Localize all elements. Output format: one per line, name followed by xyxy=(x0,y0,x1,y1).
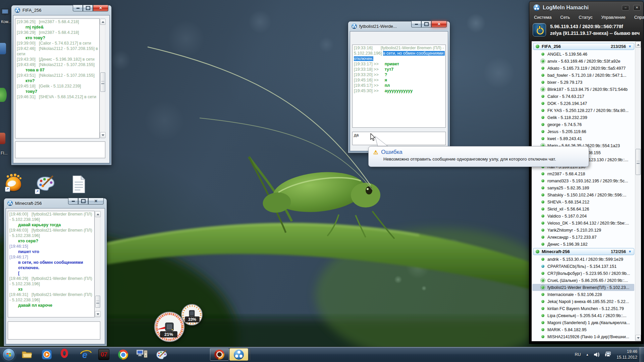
member-row[interactable]: anvix - 5.63.169.46 / 2620:9b::53f:a92e xyxy=(532,58,634,65)
window-fytbolist-chat[interactable]: fytbolist21-Werde... ✕ [19:33:16] [fytbo… xyxy=(348,21,450,153)
gom-player-desktop-icon[interactable] xyxy=(6,177,21,191)
taskbar-paint-button[interactable] xyxy=(156,350,168,360)
member-row[interactable]: bixer - 5.29.79.173 xyxy=(532,79,634,86)
fifa-chat-log[interactable]: [19:36:25] [rm2387 - 5.68.4.218]rnj njde… xyxy=(15,18,100,138)
member-row[interactable]: DOK - 5.226.194.147 xyxy=(532,100,634,107)
hamachi-titlebar[interactable]: LogMeIn Hamachi – ✕ xyxy=(529,1,643,13)
member-row[interactable]: YarikZhitomyr - 5.210.20.129 xyxy=(532,227,634,234)
member-row[interactable]: Gelik - 5.118.232.239 xyxy=(532,114,634,121)
member-row[interactable]: Calior - 5.74.63.217 xyxy=(532,93,634,100)
member-row[interactable]: Veloso_DK - 5.190.64.132 / 2620:9b::5be:… xyxy=(532,220,634,227)
member-row[interactable]: bad_fowler - 5.71.20.18 / 2620:9b::547:1… xyxy=(532,72,634,79)
partial-desktop-icon[interactable] xyxy=(0,88,7,102)
member-row[interactable]: FK YAS - 5.250.128.227 / 2620:9b::5fa:80… xyxy=(532,107,634,114)
fifa-message-input[interactable] xyxy=(15,141,105,158)
member-row[interactable]: MARIK - 5.84.182.95 xyxy=(532,326,634,333)
maximize-button[interactable] xyxy=(83,5,93,11)
fytbolist-message-input[interactable]: да xyxy=(352,132,446,145)
fifa-chat-scrollbar[interactable] xyxy=(100,18,105,138)
close-button[interactable]: ✕ xyxy=(93,5,108,11)
taskbar-explorer-button[interactable] xyxy=(21,349,33,359)
member-row[interactable]: CrueL (Шальке) - 5.86.205.65 / 2620:9b::… xyxy=(532,277,634,284)
language-indicator[interactable]: RU xyxy=(575,352,581,357)
member-row[interactable]: ANGEL - 5.139.56.46 xyxy=(532,51,634,58)
taskbar-computer-button[interactable] xyxy=(136,349,148,360)
member-row[interactable]: kirilan FC Bayern Munchen - 5.12.251.79 xyxy=(532,305,634,312)
minimize-button[interactable] xyxy=(68,198,78,204)
network-icon[interactable] xyxy=(605,352,611,357)
paint-desktop-icon[interactable] xyxy=(36,175,56,193)
member-row[interactable]: Александр - 5.172.233.87 xyxy=(532,234,634,241)
taskbar-fifa07-button[interactable]: 07 xyxy=(98,349,109,360)
minimize-button[interactable] xyxy=(73,5,83,11)
computer-desktop-icon[interactable] xyxy=(1,7,12,20)
member-name-ip: Internacionale - 5.92.106.228 xyxy=(547,292,602,297)
member-row[interactable]: Денис - 5.196.39.182 xyxy=(532,241,634,248)
member-row[interactable]: Blink187 - 5.113.84.75 / 2620:9b::571:54… xyxy=(532,86,634,93)
close-button[interactable]: ✕ xyxy=(88,198,104,204)
window-hamachi[interactable]: LogMeIn Hamachi – ✕ СистемаСетьСтатусУпр… xyxy=(529,1,643,344)
partial-desktop-icon[interactable] xyxy=(0,43,6,54)
member-row[interactable]: romand323 - 5.193.162.195 / 2620:9b::5c.… xyxy=(532,177,634,184)
member-row[interactable]: Shatskiy - 5.150.102.246 / 2620:9b::596:… xyxy=(532,191,634,198)
cpu-meter-gadget[interactable] xyxy=(154,311,185,343)
menu-item[interactable]: Управление xyxy=(601,15,625,20)
network-header[interactable]: FIFA_256213/256▼ xyxy=(533,43,634,50)
partial-desktop-icon[interactable] xyxy=(0,133,5,144)
menu-item[interactable]: Система xyxy=(534,15,551,20)
taskbar-media-player-button[interactable] xyxy=(42,349,52,360)
hamachi-close-button[interactable]: ✕ xyxy=(633,5,641,10)
hamachi-list-scrollbar[interactable] xyxy=(635,42,641,341)
member-row[interactable]: CPARTANECb(Лiль) - 5.154.137.151 xyxy=(532,263,634,270)
start-button[interactable] xyxy=(2,348,15,361)
member-row[interactable]: Jeka( Napoli ) внеха 46.185.55.202 - 5.2… xyxy=(532,298,634,305)
show-desktop-button[interactable] xyxy=(640,347,644,362)
member-row[interactable]: Valdico - 5.167.0.204 xyxy=(532,213,634,220)
hamachi-logo-icon xyxy=(533,4,540,11)
minecraft-message-input[interactable] xyxy=(8,321,100,340)
member-row[interactable]: CR7(Вольфсбург) - 5.223.95.50 / 2620:9b.… xyxy=(532,270,634,277)
member-row[interactable]: fytbolist21-Werder Bremen(ПЛ) - 5.102.23… xyxy=(532,284,634,291)
windows-start-icon xyxy=(2,348,15,361)
member-row[interactable]: Atkato - 5.165.73.119 / 2620:9b::5a5:497… xyxy=(532,65,634,72)
window-minecraft-chat[interactable]: Minecraft-256 ✕ [19:46:00] [fytbolist21-… xyxy=(4,198,107,346)
member-row[interactable]: Internacionale - 5.92.106.228 xyxy=(532,291,634,298)
menu-item[interactable]: Справка xyxy=(634,15,644,20)
taskbar-internet-explorer-button[interactable]: e xyxy=(80,349,92,360)
maximize-button[interactable] xyxy=(421,21,431,27)
taskbar-chrome-button[interactable] xyxy=(118,350,128,360)
menu-item[interactable]: Сеть xyxy=(560,15,570,20)
member-row[interactable]: MISHA21415926 (Пачіо 1-й дир)'Внешни... xyxy=(532,333,634,340)
power-button[interactable] xyxy=(533,23,546,37)
chat-message: [19:43:30] [Денис - 5.196.39.182] в сети xyxy=(17,57,98,62)
volume-icon[interactable] xyxy=(594,352,600,357)
member-row[interactable]: Magoni (Sanderlend) 1 див.(Квальярелла..… xyxy=(532,319,634,326)
maximize-button[interactable] xyxy=(78,198,88,204)
menu-item[interactable]: Статус xyxy=(579,15,592,20)
close-button[interactable]: ✕ xyxy=(431,21,447,27)
minecraft-chat-log[interactable]: [19:46:00] [fytbolist21-Werder Bremen (П… xyxy=(8,211,95,317)
tray-clock[interactable]: 19:46 15.11.2012 xyxy=(616,349,637,360)
member-row[interactable]: Skrid_xil - 5.56.64.126 xyxy=(532,205,634,213)
network-header[interactable]: Minecraft-256172/256▼ xyxy=(533,248,634,255)
member-row[interactable]: sanya25 - 5.82.35.189 xyxy=(532,184,634,191)
member-row[interactable]: SHEVA - 5.68.154.212 xyxy=(532,198,634,205)
hamachi-minimize-button[interactable]: – xyxy=(622,5,629,10)
member-name-ip: FK YAS - 5.250.128.227 / 2620:9b::5fa:80… xyxy=(547,108,629,113)
minimize-button[interactable] xyxy=(411,21,421,27)
taskbar-hamachi-button[interactable] xyxy=(229,348,248,361)
notepad-desktop-icon[interactable] xyxy=(71,175,87,195)
hamachi-network-list[interactable]: FIFA_256213/256▼ANGEL - 5.139.56.46anvix… xyxy=(531,41,641,342)
taskbar-opera-button[interactable] xyxy=(61,349,68,358)
member-row[interactable]: Lipa (Севилья) - 5.205.54.41 / 2620:9b::… xyxy=(532,312,634,319)
window-fifa-chat[interactable]: FIFA_256 ✕ [19:36:25] [rm2387 - 5.68.4.2… xyxy=(11,5,111,165)
taskbar-chromium-red-button[interactable] xyxy=(210,348,229,361)
fytbolist-chat-log[interactable]: [19:33:16] [fytbolist21-Werder Bremen (П… xyxy=(352,45,446,128)
member-row[interactable]: Jesus - 5.205.119.66 xyxy=(532,128,634,135)
member-row[interactable]: rm2387 - 5.68.4.218 xyxy=(532,170,634,177)
hidden-icons-arrow[interactable]: ▲ xyxy=(586,353,589,356)
minecraft-chat-scrollbar[interactable] xyxy=(95,211,100,317)
member-row[interactable]: george - 5.74.5.76 xyxy=(532,121,634,128)
member-row[interactable]: andrik - 5.153.30.41 / 2620:9b::599:1e29 xyxy=(532,256,634,263)
member-row[interactable]: kwet - 5.89.243.41 xyxy=(532,135,634,142)
